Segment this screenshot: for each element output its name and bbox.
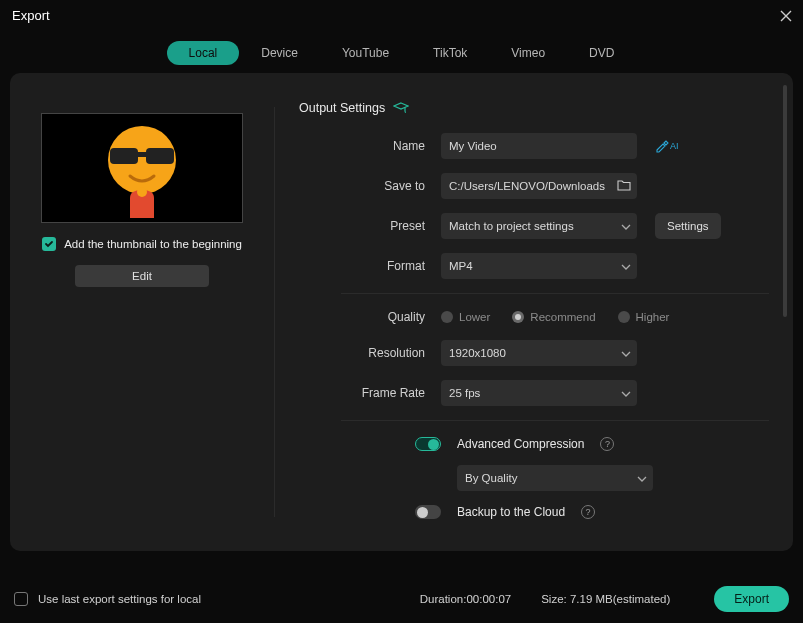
saveto-value: C:/Users/LENOVO/Downloads xyxy=(449,180,609,192)
compression-mode-select[interactable]: By Quality xyxy=(457,465,653,491)
resolution-select[interactable]: 1920x1080 xyxy=(441,340,637,366)
chevron-down-icon xyxy=(621,387,631,399)
scrollbar[interactable] xyxy=(783,85,787,317)
help-icon[interactable]: ? xyxy=(581,505,595,519)
quality-lower-radio[interactable]: Lower xyxy=(441,311,490,323)
ai-rename-icon[interactable]: AI xyxy=(655,139,679,153)
ai-label: AI xyxy=(670,141,679,151)
advanced-compression-toggle[interactable] xyxy=(415,437,441,451)
tab-device[interactable]: Device xyxy=(239,41,320,65)
duration-text: Duration:00:00:07 xyxy=(420,593,511,605)
quality-higher-radio[interactable]: Higher xyxy=(618,311,670,323)
thumbnail-checkbox-label: Add the thumbnail to the beginning xyxy=(64,238,242,250)
tab-local[interactable]: Local xyxy=(167,41,240,65)
format-value: MP4 xyxy=(449,260,473,272)
close-icon[interactable] xyxy=(779,9,793,23)
divider xyxy=(341,293,769,294)
tab-youtube[interactable]: YouTube xyxy=(320,41,411,65)
divider xyxy=(341,420,769,421)
name-value: My Video xyxy=(449,140,497,152)
use-last-settings-label: Use last export settings for local xyxy=(38,593,201,605)
output-settings-title: Output Settings xyxy=(299,101,385,115)
tab-vimeo[interactable]: Vimeo xyxy=(489,41,567,65)
window-title: Export xyxy=(12,8,50,23)
preset-label: Preset xyxy=(299,219,441,233)
name-input[interactable]: My Video xyxy=(441,133,637,159)
resolution-label: Resolution xyxy=(299,346,441,360)
footer: Use last export settings for local Durat… xyxy=(0,575,803,623)
use-last-settings-checkbox[interactable] xyxy=(14,592,28,606)
saveto-input[interactable]: C:/Users/LENOVO/Downloads xyxy=(441,173,637,199)
edit-thumbnail-button[interactable]: Edit xyxy=(75,265,209,287)
size-text: Size: 7.19 MB(estimated) xyxy=(541,593,670,605)
saveto-label: Save to xyxy=(299,179,441,193)
svg-point-4 xyxy=(137,187,147,197)
backup-cloud-label: Backup to the Cloud xyxy=(457,505,565,519)
framerate-label: Frame Rate xyxy=(299,386,441,400)
quality-lower-label: Lower xyxy=(459,311,490,323)
svg-rect-1 xyxy=(110,148,138,164)
help-icon[interactable]: ? xyxy=(600,437,614,451)
export-tabs: Local Device YouTube TikTok Vimeo DVD xyxy=(0,41,803,65)
folder-icon[interactable] xyxy=(617,179,631,193)
quality-recommend-radio[interactable]: Recommend xyxy=(512,311,595,323)
quality-label: Quality xyxy=(299,310,441,324)
preset-select[interactable]: Match to project settings xyxy=(441,213,637,239)
format-label: Format xyxy=(299,259,441,273)
thumbnail-checkbox[interactable] xyxy=(42,237,56,251)
preset-settings-button[interactable]: Settings xyxy=(655,213,721,239)
chevron-down-icon xyxy=(621,347,631,359)
format-select[interactable]: MP4 xyxy=(441,253,637,279)
export-button[interactable]: Export xyxy=(714,586,789,612)
name-label: Name xyxy=(299,139,441,153)
quality-higher-label: Higher xyxy=(636,311,670,323)
compression-mode-value: By Quality xyxy=(465,472,517,484)
resolution-value: 1920x1080 xyxy=(449,347,506,359)
graduation-cap-icon[interactable] xyxy=(393,102,409,114)
framerate-value: 25 fps xyxy=(449,387,480,399)
export-panel: Add the thumbnail to the beginning Edit … xyxy=(10,73,793,551)
framerate-select[interactable]: 25 fps xyxy=(441,380,637,406)
preset-value: Match to project settings xyxy=(449,220,574,232)
chevron-down-icon xyxy=(637,472,647,484)
advanced-compression-label: Advanced Compression xyxy=(457,437,584,451)
quality-recommend-label: Recommend xyxy=(530,311,595,323)
chevron-down-icon xyxy=(621,220,631,232)
tab-dvd[interactable]: DVD xyxy=(567,41,636,65)
backup-cloud-toggle[interactable] xyxy=(415,505,441,519)
chevron-down-icon xyxy=(621,260,631,272)
svg-rect-3 xyxy=(136,152,148,157)
tab-tiktok[interactable]: TikTok xyxy=(411,41,489,65)
thumbnail-preview[interactable] xyxy=(41,113,243,223)
svg-rect-2 xyxy=(146,148,174,164)
